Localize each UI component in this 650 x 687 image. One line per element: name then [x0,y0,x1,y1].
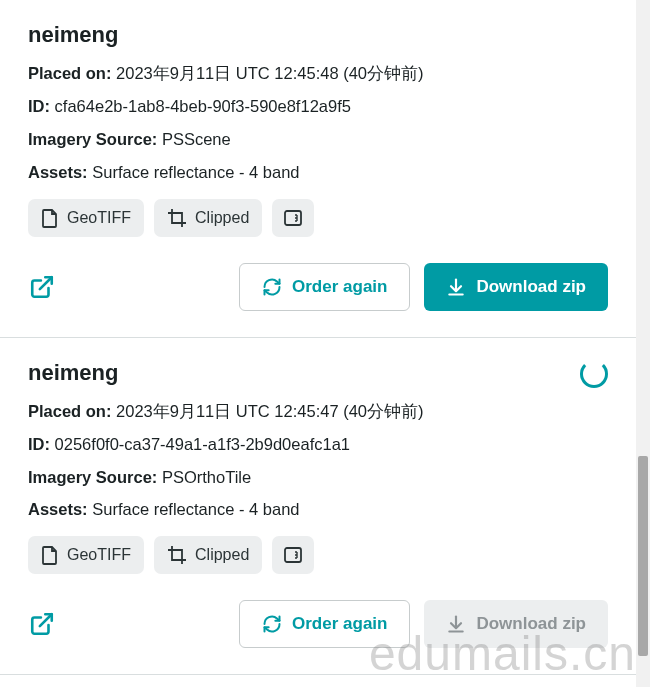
open-external-button[interactable] [28,610,56,638]
placed-on-value: 2023年9月11日 UTC 12:45:47 (40分钟前) [116,402,423,420]
assets-value: Surface reflectance - 4 band [92,500,299,518]
tag-row: GeoTIFF Clipped [28,536,608,574]
order-title: neimeng [28,360,608,386]
tag-format-label: GeoTIFF [67,546,131,564]
id-row: ID: 0256f0f0-ca37-49a1-a1f3-2b9d0eafc1a1 [28,433,608,457]
source-label: Imagery Source: [28,468,157,486]
placed-on-label: Placed on: [28,64,111,82]
download-zip-button[interactable]: Download zip [424,263,608,311]
order-again-label: Order again [292,277,387,297]
loading-spinner-icon [580,360,608,388]
order-again-label: Order again [292,614,387,634]
scrollbar-thumb[interactable] [638,456,648,656]
id-label: ID: [28,435,50,453]
placed-on-row: Placed on: 2023年9月11日 UTC 12:45:47 (40分钟… [28,400,608,424]
id-value: 0256f0f0-ca37-49a1-a1f3-2b9d0eafc1a1 [55,435,350,453]
tag-clipped-label: Clipped [195,546,249,564]
order-again-button[interactable]: Order again [239,600,410,648]
assets-row: Assets: Surface reflectance - 4 band [28,161,608,185]
svg-rect-0 [285,211,301,225]
tag-format: GeoTIFF [28,199,144,237]
file-icon [41,208,59,228]
tag-clipped-label: Clipped [195,209,249,227]
download-icon [446,614,466,634]
refresh-icon [262,277,282,297]
placed-on-value: 2023年9月11日 UTC 12:45:48 (40分钟前) [116,64,423,82]
action-row: Order again Download zip [28,600,608,648]
assets-label: Assets: [28,500,88,518]
refresh-icon [262,614,282,634]
svg-rect-1 [285,548,301,562]
tag-clipped: Clipped [154,536,262,574]
open-external-button[interactable] [28,273,56,301]
assets-row: Assets: Surface reflectance - 4 band [28,498,608,522]
download-zip-label: Download zip [476,614,586,634]
id-value: cfa64e2b-1ab8-4beb-90f3-590e8f12a9f5 [55,97,351,115]
order-card: neimeng Placed on: 2023年9月11日 UTC 12:45:… [0,0,636,338]
aoi-icon [283,209,303,227]
order-card: neimeng Placed on: 2023年9月11日 UTC 12:45:… [0,338,636,676]
order-title: neimeng [28,22,608,48]
download-zip-button: Download zip [424,600,608,648]
source-value: PSOrthoTile [162,468,251,486]
id-row: ID: cfa64e2b-1ab8-4beb-90f3-590e8f12a9f5 [28,95,608,119]
placed-on-row: Placed on: 2023年9月11日 UTC 12:45:48 (40分钟… [28,62,608,86]
source-label: Imagery Source: [28,130,157,148]
id-label: ID: [28,97,50,115]
tag-clipped: Clipped [154,199,262,237]
aoi-icon [283,546,303,564]
source-value: PSScene [162,130,231,148]
tag-aoi [272,536,314,574]
tag-aoi [272,199,314,237]
placed-on-label: Placed on: [28,402,111,420]
source-row: Imagery Source: PSScene [28,128,608,152]
tag-row: GeoTIFF Clipped [28,199,608,237]
order-again-button[interactable]: Order again [239,263,410,311]
crop-icon [167,545,187,565]
source-row: Imagery Source: PSOrthoTile [28,466,608,490]
download-zip-label: Download zip [476,277,586,297]
file-icon [41,545,59,565]
tag-format-label: GeoTIFF [67,209,131,227]
tag-format: GeoTIFF [28,536,144,574]
crop-icon [167,208,187,228]
action-row: Order again Download zip [28,263,608,311]
scrollbar[interactable] [636,0,650,687]
assets-label: Assets: [28,163,88,181]
download-icon [446,277,466,297]
assets-value: Surface reflectance - 4 band [92,163,299,181]
